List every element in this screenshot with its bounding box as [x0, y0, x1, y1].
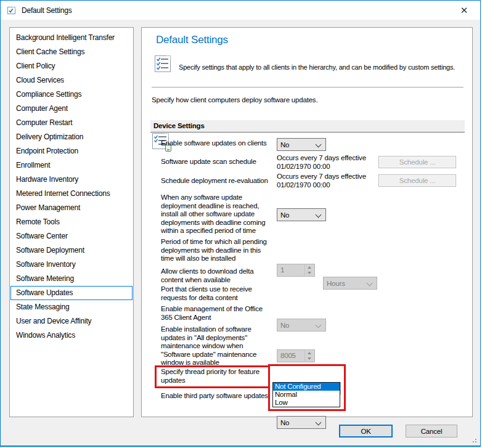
sidebar-item-compliance-settings[interactable]: Compliance Settings [10, 88, 133, 102]
sidebar-item-software-inventory[interactable]: Software Inventory [10, 258, 133, 272]
period-of-time-stepper: 1 [277, 264, 315, 277]
sidebar-item-metered-internet-connections[interactable]: Metered Internet Connections [10, 187, 133, 201]
stepper-value: 1 [280, 266, 284, 274]
chevron-down-icon [316, 420, 322, 426]
cancel-button[interactable]: Cancel [406, 425, 457, 438]
thread-priority-option-list: Not Configured Normal Low [272, 382, 340, 407]
setting-label-office-365-agent: Enable management of the Office 365 Clie… [161, 305, 278, 322]
schedule-button-label: Schedule ... [399, 177, 435, 184]
sidebar-item-software-metering[interactable]: Software Metering [10, 272, 133, 286]
setting-label-delta-port: Port that clients use to receive request… [161, 285, 278, 302]
reevaluation-schedule-button: Schedule ... [378, 174, 456, 187]
chevron-down-icon [367, 280, 373, 287]
resize-grip[interactable] [475, 441, 476, 442]
scan-schedule-value: Occurs every 7 days effective 01/02/1970… [277, 154, 375, 171]
cancel-button-label: Cancel [421, 428, 443, 435]
spinner-up-icon [308, 352, 311, 354]
sidebar-item-delivery-optimization[interactable]: Delivery Optimization [10, 130, 133, 144]
sidebar-item-software-updates[interactable]: Software Updates [10, 286, 133, 300]
sidebar-item-computer-restart[interactable]: Computer Restart [10, 116, 133, 130]
chevron-down-icon [316, 142, 322, 148]
sidebar-item-client-policy[interactable]: Client Policy [10, 59, 133, 73]
sidebar-item-windows-analytics[interactable]: Windows Analytics [10, 328, 133, 343]
close-button[interactable]: ✕ [452, 1, 476, 20]
setting-label-enable-software-updates: Enable software updates on clients [161, 139, 278, 148]
all-deployments-window-dropdown[interactable]: No [277, 416, 326, 429]
reevaluation-schedule-value: Occurs every 7 days effective 01/02/1970… [277, 173, 375, 189]
sidebar-item-enrollment[interactable]: Enrollment [10, 158, 133, 173]
schedule-button-label: Schedule ... [399, 158, 435, 166]
sidebar-item-cloud-services[interactable]: Cloud Services [10, 73, 133, 88]
setting-label-period-of-time: Period of time for which all pending dep… [161, 238, 278, 263]
setting-label-delta-content: Allow clients to download delta content … [161, 267, 278, 284]
sidebar-item-state-messaging[interactable]: State Messaging [10, 300, 133, 314]
delta-content-dropdown: No [277, 319, 326, 332]
sidebar-item-computer-agent[interactable]: Computer Agent [10, 102, 133, 116]
chevron-down-icon [316, 322, 322, 328]
section-header-device-settings: Device Settings [150, 120, 465, 132]
setting-label-thread-priority: Specify thread priority for feature upda… [161, 368, 278, 385]
default-settings-window: Default Settings ✕ Background Intelligen… [0, 0, 481, 447]
sidebar-item-user-and-device-affinity[interactable]: User and Device Affinity [10, 314, 133, 328]
stepper-arrows [304, 351, 314, 361]
dropdown-value: Hours [327, 280, 345, 287]
sidebar-item-power-management[interactable]: Power Management [10, 201, 133, 215]
setting-label-deadline-install-all: When any software update deployment dead… [161, 193, 278, 235]
setting-label-deployment-reevaluation: Schedule deployment re-evaluation [161, 177, 278, 185]
spinner-up-icon [308, 266, 311, 269]
setting-label-scan-schedule: Software update scan schedule [161, 158, 278, 166]
spinner-down-icon [308, 272, 311, 274]
sidebar-item-hardware-inventory[interactable]: Hardware Inventory [10, 173, 133, 187]
delta-port-stepper: 8005 [277, 349, 315, 362]
dropdown-value: No [280, 419, 289, 426]
sidebar-item-endpoint-protection[interactable]: Endpoint Protection [10, 144, 133, 158]
sidebar-item-software-deployment[interactable]: Software Deployment [10, 243, 133, 258]
period-unit-dropdown: Hours [323, 277, 377, 290]
title-bar: Default Settings ✕ [1, 1, 480, 20]
sidebar-item-remote-tools[interactable]: Remote Tools [10, 215, 133, 229]
main-panel: Default Settings Specify settings that a… [141, 27, 473, 417]
dropdown-option-not-configured[interactable]: Not Configured [273, 383, 340, 391]
app-icon [7, 6, 17, 15]
ok-button-label: OK [361, 428, 370, 435]
setting-label-all-deployments-window: Enable installation of software updates … [161, 325, 278, 367]
settings-category-list: Background Intelligent Transfer Client C… [9, 27, 134, 417]
close-icon: ✕ [460, 5, 468, 16]
enable-software-updates-dropdown[interactable]: No [277, 138, 326, 151]
deadline-install-all-dropdown[interactable]: No [277, 208, 326, 221]
spinner-down-icon [308, 357, 311, 360]
sidebar-item-background-intelligent-transfer[interactable]: Background Intelligent Transfer [10, 31, 133, 45]
setting-label-third-party-updates: Enable third party software updates [161, 392, 278, 401]
page-title: Default Settings [156, 34, 228, 46]
dropdown-option-normal[interactable]: Normal [273, 391, 340, 399]
divider [152, 87, 464, 88]
sidebar-item-software-center[interactable]: Software Center [10, 229, 133, 243]
stepper-arrows [304, 265, 314, 275]
intro-text: Specify how client computers deploy soft… [152, 96, 317, 104]
sidebar-item-client-cache-settings[interactable]: Client Cache Settings [10, 45, 133, 59]
dropdown-value: No [280, 322, 289, 329]
default-settings-doc-icon [153, 53, 174, 74]
dropdown-value: No [280, 211, 289, 219]
ok-button[interactable]: OK [339, 425, 393, 438]
window-title: Default Settings [22, 6, 72, 15]
scan-schedule-button: Schedule ... [378, 156, 456, 168]
dropdown-option-low[interactable]: Low [273, 399, 340, 407]
page-description: Specify settings that apply to all clien… [179, 63, 471, 71]
dropdown-value: No [280, 141, 289, 149]
stepper-value: 8005 [280, 352, 296, 359]
chevron-down-icon [316, 212, 322, 218]
